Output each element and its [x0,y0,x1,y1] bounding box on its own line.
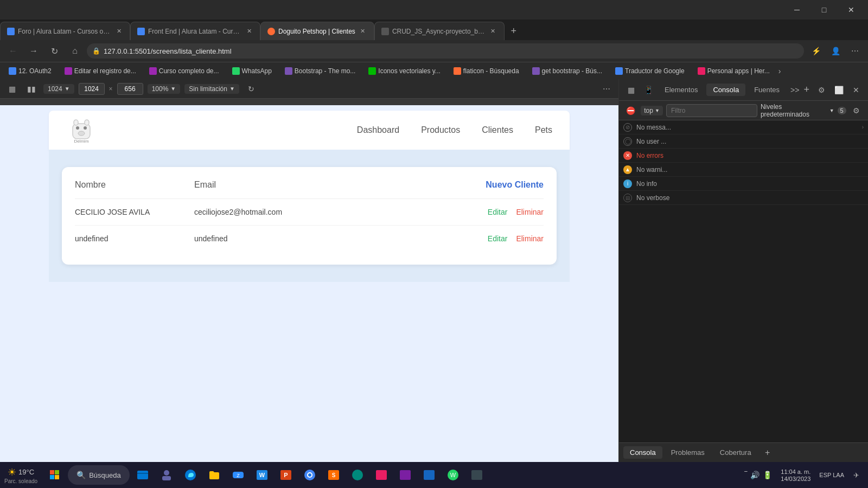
taskbar-app14-icon[interactable] [466,464,488,486]
responsive-toggle-button[interactable]: ▮▮ [24,81,39,97]
bookmark-whatsapp[interactable]: WhatsApp [228,66,276,76]
devtools-device-button[interactable]: 📱 [641,82,656,98]
row-2-editar-button[interactable]: Editar [488,234,508,243]
taskbar-edge-icon[interactable] [180,464,201,486]
weather-widget[interactable]: ☀ 19°C Parc. soleado [4,466,37,484]
bookmarks-more[interactable]: › [778,67,781,75]
devtools-settings-button[interactable]: ⚙ [814,82,829,98]
devtools-tab-consola[interactable]: Consola [706,84,745,96]
refresh-button[interactable]: ↻ [46,42,63,60]
console-item-messages[interactable]: ⊘ No messa... › [619,120,868,134]
console-item-info[interactable]: i No info [619,177,868,191]
bookmark-bootstrap[interactable]: Bootstrap - The mo... [280,66,360,76]
taskbar-chrome-icon[interactable] [299,464,321,486]
taskbar-word-icon[interactable]: W [251,464,273,486]
tab-close-2[interactable]: ✕ [245,27,253,36]
console-item-verbose[interactable]: ▤ No verbose [619,191,868,205]
start-button[interactable] [44,464,66,486]
console-text-info: No info [636,180,864,188]
new-tab-button[interactable]: + [505,22,523,40]
devtools-bottom-tab-problemas[interactable]: Problemas [665,446,711,459]
devtools-tab-fuentes[interactable]: Fuentes [748,84,786,96]
bookmark-curso[interactable]: Curso completo de... [145,66,224,76]
bookmark-oauth2[interactable]: 12. OAuth2 [4,66,56,76]
devtools-bottom-tab-cobertura[interactable]: Cobertura [713,446,758,459]
console-clear-button[interactable]: ⛔ [623,103,637,118]
devtools-bottom-tab-consola[interactable]: Consola [623,446,662,459]
taskbar-teams-icon[interactable] [156,464,177,486]
taskbar-clock[interactable]: 11:04 a. m. 14/03/2023 [781,468,810,482]
devtools-dock-button[interactable]: ⬜ [831,82,846,98]
minimize-button[interactable]: ─ [784,0,809,20]
devtools-more-tabs[interactable]: >> [790,86,799,94]
home-button[interactable]: ⌂ [66,42,84,60]
taskbar-app11-icon[interactable] [394,464,416,486]
tab-3-active[interactable]: Doguito Petshop | Clientes ✕ [260,22,374,40]
bookmark-getbootstrap[interactable]: get bootstrap - Bús... [528,66,607,76]
nav-productos[interactable]: Productos [421,125,460,135]
rotate-button[interactable]: ↻ [244,81,259,97]
close-button[interactable]: ✕ [839,0,864,20]
battery-icon[interactable]: 🔋 [763,471,772,479]
taskbar-ppt-icon[interactable]: P [275,464,297,486]
limit-selector[interactable]: Sin limitación ▼ [184,84,239,94]
bookmark-flaticon[interactable]: flaticon - Búsqueda [449,66,524,76]
wifi-icon[interactable]: ‾ [745,471,748,479]
address-bar[interactable]: 🔒 127.0.0.1:5501/screens/lista_cliente.h… [87,43,804,59]
height-input[interactable] [117,83,143,95]
profile-button[interactable]: 👤 [827,42,844,60]
bookmark-traductor[interactable]: Traductor de Google [611,66,689,76]
taskbar-search[interactable]: 🔍 Búsqueda [68,465,130,485]
taskbar-zoom-icon[interactable]: Z [227,464,249,486]
devtools-add-tab[interactable]: + [803,84,809,95]
maximize-button[interactable]: □ [812,0,837,20]
volume-icon[interactable]: 🔊 [750,471,760,479]
width-input[interactable] [79,83,105,95]
nuevo-cliente-button[interactable]: Nuevo Cliente [486,180,544,189]
row-1-eliminar-button[interactable]: Eliminar [516,208,544,216]
row-2-eliminar-button[interactable]: Eliminar [516,234,544,243]
console-item-warnings[interactable]: ▲ No warni... [619,163,868,177]
console-item-errors[interactable]: ✕ No errors [619,149,868,163]
devtools-close-button[interactable]: ✕ [848,82,864,98]
language-indicator[interactable]: ESP LAA [819,472,844,478]
taskbar-sublime-icon[interactable]: S [323,464,344,486]
nav-clientes[interactable]: Clientes [482,125,513,135]
extensions-button[interactable]: ⚡ [807,42,825,60]
tab-2[interactable]: Front End | Alura Latam - Cursos... ✕ [130,22,260,40]
taskbar-app12-icon[interactable] [418,464,440,486]
devtools-inspect-button[interactable]: ▦ [623,82,639,98]
taskbar-app10-icon[interactable] [371,464,392,486]
tab-close-3[interactable]: ✕ [359,27,367,36]
notifications-button[interactable]: ✈ [848,467,864,483]
taskbar-explorer-icon[interactable] [132,464,154,486]
nav-pets[interactable]: Pets [535,125,552,135]
console-filter-input[interactable] [666,104,757,117]
tab-4[interactable]: CRUD_JS_Async-proyecto_base/f... ✕ [374,22,505,40]
language-label: ESP LAA [819,472,844,478]
back-button[interactable]: ← [4,42,22,60]
zoom-selector[interactable]: 100% ▼ [148,84,181,94]
tab-close-4[interactable]: ✕ [489,27,497,36]
taskbar-app9-icon[interactable] [347,464,368,486]
taskbar-files-icon[interactable] [203,464,225,486]
viewport-more-button[interactable]: ⋯ [599,81,614,97]
tab-1[interactable]: Foro | Alura Latam - Cursos onli... ✕ [0,22,130,40]
console-top-selector[interactable]: top ▼ [641,106,663,115]
forward-button[interactable]: → [25,42,42,60]
row-1-editar-button[interactable]: Editar [488,208,508,216]
tab-close-1[interactable]: ✕ [114,27,123,36]
devtools-add-bottom-tab[interactable]: + [760,445,775,460]
bookmark-iconos[interactable]: Iconos vectoriales y... [364,66,445,76]
dimension-selector[interactable]: 1024 ▼ [43,84,74,94]
console-item-user[interactable]: ◯ No user ... [619,134,868,149]
taskbar-whatsapp-icon[interactable]: W [442,464,464,486]
nav-dashboard[interactable]: Dashboard [357,125,399,135]
console-settings-button[interactable]: ⚙ [850,103,864,118]
devtools-toggle-button[interactable]: ▦ [4,81,20,97]
more-button[interactable]: ⋯ [846,42,864,60]
devtools-tab-elementos[interactable]: Elementos [658,84,704,96]
bookmark-editar[interactable]: Editar el registro de... [60,66,141,76]
niveles-selector[interactable]: Niveles predeterminados ▼ [761,103,834,118]
bookmark-personal[interactable]: Personal apps | Her... [693,66,774,76]
